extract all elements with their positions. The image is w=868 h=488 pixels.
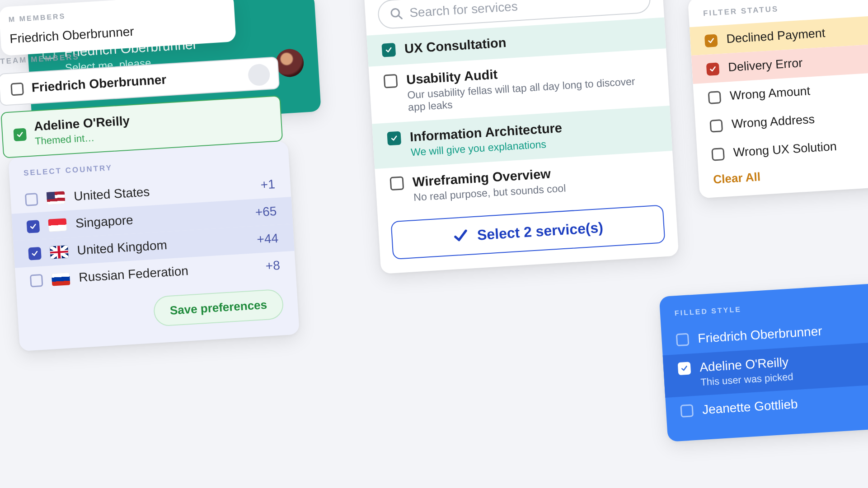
filled-label: Friedrich Oberbrunner — [698, 324, 823, 346]
country-label: United States — [74, 185, 150, 204]
select-services-button[interactable]: Select 2 service(s) — [390, 204, 665, 260]
search-placeholder: Search for services — [409, 0, 518, 20]
svg-line-1 — [398, 15, 402, 19]
checkbox-checked-icon[interactable] — [28, 247, 42, 260]
checkbox-icon[interactable] — [25, 193, 38, 206]
dial-code: +44 — [257, 231, 279, 247]
flag-uk-icon — [50, 245, 69, 259]
flag-sg-icon — [48, 218, 67, 232]
filled-label: Jeanette Gottlieb — [702, 397, 798, 417]
checkbox-checked-icon[interactable] — [387, 131, 401, 146]
flag-us-icon — [47, 191, 66, 205]
flag-ru-icon — [52, 272, 70, 286]
save-preferences-button[interactable]: Save preferences — [153, 288, 284, 326]
filter-label: Wrong Address — [731, 112, 815, 131]
checkbox-checked-icon[interactable] — [13, 128, 27, 142]
dial-code: +65 — [255, 204, 277, 220]
checkbox-icon[interactable] — [384, 74, 398, 88]
checkbox-icon[interactable] — [709, 119, 723, 133]
avatar-placeholder-icon — [248, 63, 271, 86]
checkbox-icon[interactable] — [30, 274, 43, 288]
checkbox-checked-icon[interactable] — [704, 34, 718, 47]
dial-code: +8 — [265, 258, 281, 274]
team-member-label: Friedrich Oberbrunner — [31, 72, 167, 95]
checkbox-icon[interactable] — [10, 83, 24, 96]
filter-panel: FILTER STATUS Declined Payment Delivery … — [688, 0, 868, 198]
checkbox-icon[interactable] — [389, 176, 404, 191]
dial-code: +1 — [260, 177, 276, 192]
filter-label: Wrong UX Solution — [733, 139, 837, 160]
checkbox-icon[interactable] — [680, 404, 694, 418]
checkbox-icon[interactable] — [708, 91, 722, 104]
country-label: United Kingdom — [77, 238, 168, 258]
filter-label: Delivery Error — [728, 56, 803, 74]
search-icon — [389, 7, 404, 21]
country-label: Russian Federation — [78, 264, 188, 285]
filter-label: Declined Payment — [726, 26, 826, 46]
filter-label: Wrong Amount — [729, 84, 811, 103]
country-panel: SELECT COUNTRY United States +1 Singapor… — [8, 141, 300, 351]
services-panel: …CTION MODE Search for services UX Consu… — [363, 0, 679, 274]
service-label: UX Consultation — [404, 35, 507, 56]
filled-panel: FILLED STYLE Friedrich Oberbrunner Adeli… — [659, 281, 868, 442]
checkbox-checked-icon[interactable] — [678, 362, 691, 375]
select-services-label: Select 2 service(s) — [477, 219, 604, 244]
checkbox-checked-icon[interactable] — [706, 62, 720, 76]
checkbox-icon[interactable] — [711, 147, 725, 161]
check-icon — [452, 228, 469, 245]
country-label: Singapore — [75, 213, 133, 231]
checkbox-checked-icon[interactable] — [381, 43, 396, 57]
checkbox-checked-icon[interactable] — [27, 220, 40, 233]
checkbox-icon[interactable] — [676, 333, 690, 347]
team-panel: TEAM MEMBERS Friedrich Oberbrunner Adeli… — [0, 40, 283, 158]
